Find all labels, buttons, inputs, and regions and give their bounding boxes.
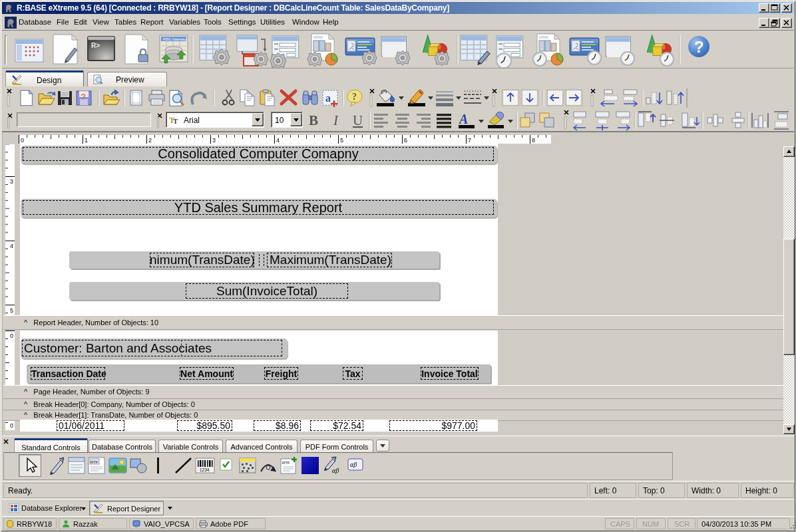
svg-text:R>: R> xyxy=(91,42,100,49)
svg-text:a: a xyxy=(325,92,331,104)
svg-text:1: 1 xyxy=(85,137,88,144)
svg-text:5: 5 xyxy=(10,307,13,314)
svg-text:0: 0 xyxy=(10,332,13,339)
svg-text:0: 0 xyxy=(10,422,13,429)
svg-text:4: 4 xyxy=(276,137,280,144)
svg-text:RTF: RTF xyxy=(91,460,99,464)
svg-text:3: 3 xyxy=(10,178,13,185)
svg-text:6: 6 xyxy=(404,137,407,144)
svg-text:U: U xyxy=(353,112,363,128)
svg-text:?: ? xyxy=(81,92,86,102)
svg-text:αβ: αβ xyxy=(350,461,357,468)
svg-text:αβ: αβ xyxy=(332,467,339,474)
svg-text:0: 0 xyxy=(21,137,24,144)
svg-text:4: 4 xyxy=(10,243,13,249)
svg-text:?: ? xyxy=(694,38,704,56)
svg-text:B: B xyxy=(309,112,318,128)
svg-text:A: A xyxy=(458,112,468,126)
svg-text:I: I xyxy=(333,112,339,128)
svg-text:?: ? xyxy=(352,92,357,102)
svg-text:1234: 1234 xyxy=(200,467,210,472)
svg-text:2: 2 xyxy=(148,137,152,144)
svg-text:RTF: RTF xyxy=(282,461,290,465)
svg-text:RBG Gateway: RBG Gateway xyxy=(163,37,186,41)
svg-text:3: 3 xyxy=(212,137,216,144)
svg-text:7: 7 xyxy=(468,137,471,144)
svg-text:5: 5 xyxy=(340,137,343,144)
svg-text:8: 8 xyxy=(532,137,535,144)
